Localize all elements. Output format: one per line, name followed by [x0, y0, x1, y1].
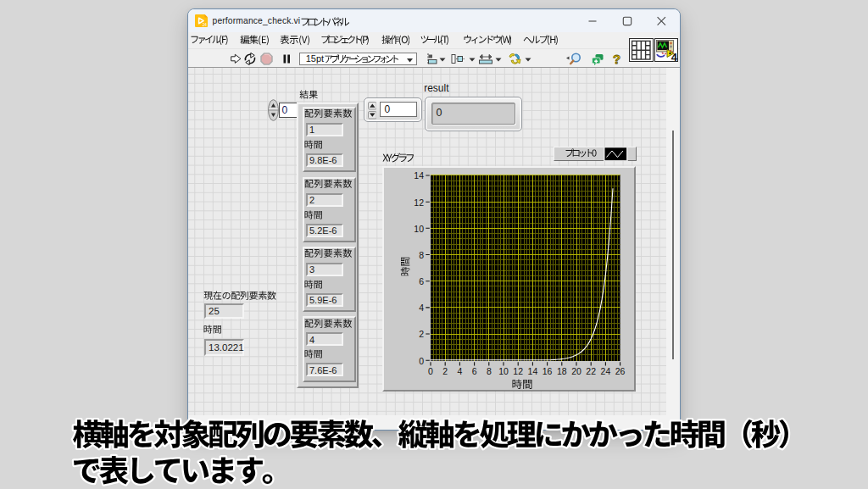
svg-text:24: 24 [203, 23, 208, 27]
svg-text:4: 4 [671, 51, 678, 62]
